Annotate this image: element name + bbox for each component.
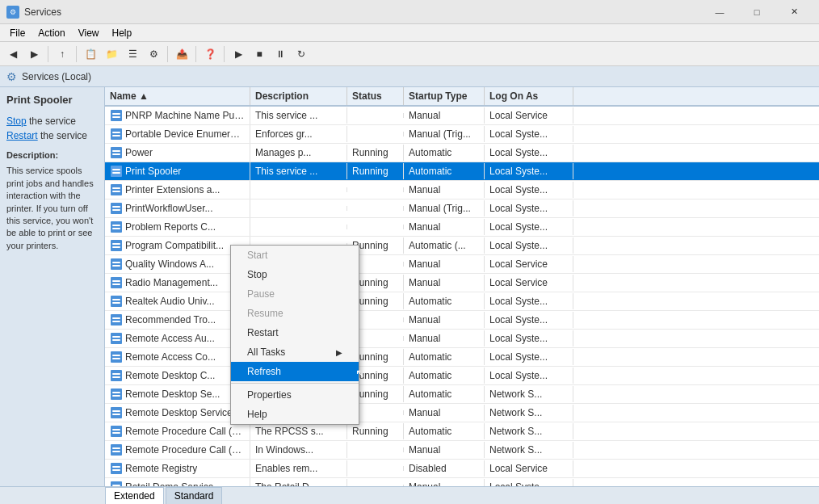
table-row[interactable]: Remote Desktop C...RunningAutomaticLocal… [105, 367, 819, 385]
table-row[interactable]: Remote Procedure Call (RP...In Windows..… [105, 441, 819, 460]
svg-rect-7 [112, 150, 120, 152]
context-menu-label: Properties [247, 389, 292, 401]
context-menu-item-help[interactable]: Help [231, 405, 359, 424]
svg-rect-39 [111, 351, 122, 363]
svg-rect-48 [111, 407, 122, 418]
stop-service-link[interactable]: Stop [6, 116, 27, 127]
list-button[interactable]: ☰ [123, 45, 142, 63]
table-row[interactable]: Quality Windows A...ManualLocal Service [105, 255, 819, 274]
context-menu-item-properties[interactable]: Properties [231, 385, 359, 405]
forward-button[interactable]: ▶ [24, 45, 44, 63]
table-row[interactable]: PowerManages p...RunningAutomaticLocal S… [105, 144, 819, 162]
context-menu-item-restart[interactable]: Restart [231, 323, 359, 342]
service-name: Program Compatibilit... [125, 240, 224, 251]
menu-help[interactable]: Help [106, 26, 139, 40]
service-startup: Automatic [404, 368, 485, 384]
window-title: Services [24, 6, 61, 18]
tabs-bar: Extended Standard [0, 486, 819, 504]
service-desc: Enforces gr... [250, 126, 347, 142]
service-name: Realtek Audio Univ... [125, 296, 215, 307]
tab-standard[interactable]: Standard [166, 487, 223, 504]
close-button[interactable]: ✕ [775, 0, 813, 24]
service-icon [110, 276, 123, 289]
maximize-button[interactable]: □ [738, 0, 775, 24]
restart-service-link[interactable]: Restart [6, 130, 38, 141]
table-row[interactable]: Remote Desktop Se...RunningAutomaticNetw… [105, 385, 819, 404]
context-menu-item-stop[interactable]: Stop [231, 265, 359, 284]
context-menu-label: Refresh [247, 366, 281, 377]
table-row[interactable]: Remote Access Co...RunningAutomaticLocal… [105, 348, 819, 367]
service-icon [110, 369, 123, 382]
context-menu-item-resume: Resume [231, 304, 359, 323]
service-icon [110, 443, 123, 456]
context-menu-item-refresh[interactable]: Refresh↖ [231, 362, 359, 381]
svg-rect-23 [112, 246, 120, 248]
restart-service-button[interactable]: ↻ [292, 45, 311, 63]
col-header-desc[interactable]: Description [250, 87, 347, 105]
service-name: Print Spooler [125, 166, 181, 177]
properties-button[interactable]: ⚙ [144, 45, 163, 63]
show-hide-button[interactable]: 📋 [81, 45, 100, 63]
table-row[interactable]: Printer Extensions a...ManualLocal Syste… [105, 181, 819, 200]
service-logon: Network S... [485, 442, 573, 458]
table-row[interactable]: Recommended Tro...ManualLocal Syste... [105, 311, 819, 330]
service-name: Remote Access Co... [125, 351, 216, 363]
context-menu-item-start: Start [231, 246, 359, 265]
service-startup: Manual [404, 275, 485, 291]
stop-service-button[interactable]: ■ [250, 45, 269, 63]
service-logon: Local Service [485, 256, 573, 272]
service-logon: Local Syste... [485, 182, 573, 198]
table-row[interactable]: Program Compatibilit...RunningAutomatic … [105, 237, 819, 255]
context-menu-item-all-tasks[interactable]: All Tasks▶ [231, 342, 359, 362]
up-button[interactable]: ↑ [52, 45, 72, 63]
table-row[interactable]: Portable Device Enumerator...Enforces gr… [105, 125, 819, 144]
service-icon [110, 295, 123, 308]
service-logon: Local Service [485, 107, 573, 124]
service-desc [250, 225, 347, 229]
service-icon [110, 239, 123, 252]
folder-button[interactable]: 📁 [102, 45, 121, 63]
service-logon: Network S... [485, 405, 573, 421]
table-row[interactable]: Remote Access Au...ManualLocal Syste... [105, 330, 819, 348]
svg-rect-16 [112, 206, 120, 208]
breadcrumb-icon: ⚙ [6, 70, 17, 83]
table-row[interactable]: Problem Reports C...ManualLocal Syste... [105, 218, 819, 237]
service-desc: This service ... [250, 107, 347, 124]
table-row[interactable]: Print SpoolerThis service ...RunningAuto… [105, 162, 819, 181]
col-header-startup[interactable]: Startup Type [404, 87, 485, 105]
start-service-button[interactable]: ▶ [229, 45, 248, 63]
table-row[interactable]: PrintWorkflowUser...Manual (Trig...Local… [105, 200, 819, 218]
col-header-status[interactable]: Status [347, 87, 404, 105]
service-status [347, 187, 404, 192]
pause-service-button[interactable]: ⏸ [271, 45, 290, 63]
context-menu-label: Stop [247, 269, 267, 280]
col-header-name[interactable]: Name ▲ [105, 87, 250, 105]
table-row[interactable]: Radio Management...RunningManualLocal Se… [105, 274, 819, 292]
svg-rect-40 [112, 355, 120, 356]
service-logon: Local Syste... [485, 219, 573, 235]
table-row[interactable]: Realtek Audio Univ...RunningAutomaticLoc… [105, 292, 819, 311]
service-logon: Local Syste... [485, 145, 573, 161]
menu-view[interactable]: View [72, 26, 106, 40]
table-row[interactable]: Remote Procedure Call (RPC)The RPCSS s..… [105, 422, 819, 441]
svg-rect-38 [112, 339, 120, 341]
menu-file[interactable]: File [3, 26, 32, 40]
minimize-button[interactable]: — [701, 0, 738, 24]
svg-rect-18 [111, 221, 122, 233]
col-header-logon[interactable]: Log On As [485, 87, 573, 105]
tab-extended[interactable]: Extended [105, 487, 164, 504]
back-button[interactable]: ◀ [3, 45, 23, 63]
table-row[interactable]: Remote Desktop Services U...Allows the r… [105, 404, 819, 422]
table-row[interactable]: PNRP Machine Name Publi...This service .… [105, 107, 819, 125]
help-button[interactable]: ❓ [200, 45, 220, 63]
menu-action[interactable]: Action [32, 26, 71, 40]
svg-rect-61 [112, 485, 120, 486]
table-row[interactable]: Remote RegistryEnables rem...DisabledLoc… [105, 460, 819, 478]
service-name: Remote Desktop Se... [125, 388, 220, 400]
export-button[interactable]: 📤 [172, 45, 191, 63]
svg-rect-58 [112, 466, 120, 468]
table-row[interactable]: Retail Demo ServiceThe Retail D...Manual… [105, 478, 819, 486]
mouse-cursor-icon: ↖ [355, 367, 365, 380]
restart-service-text: Restart the service [6, 130, 98, 141]
svg-rect-50 [112, 414, 120, 415]
